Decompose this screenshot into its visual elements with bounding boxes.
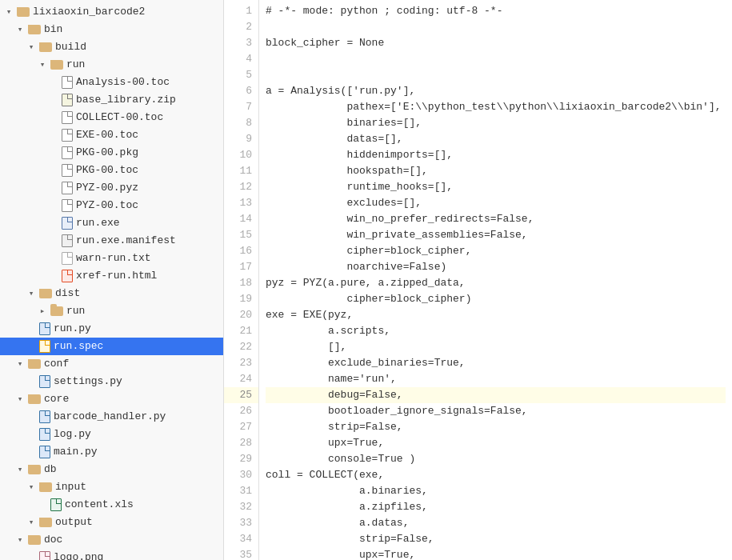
file-label-log-py: log.py xyxy=(54,426,220,442)
file-tree[interactable]: ▾lixiaoxin_barcode2▾bin▾build▾runAnalysi… xyxy=(0,0,224,560)
code-line-8: binaries=[], xyxy=(266,115,726,131)
file-icon-xref-run-html xyxy=(62,270,73,282)
tree-item-run-exe-manifest[interactable]: run.exe.manifest xyxy=(0,232,223,250)
code-line-14: win_no_prefer_redirects=False, xyxy=(266,211,726,227)
code-editor: 1234567891011121314151617181920212223242… xyxy=(224,0,732,560)
tree-item-bin[interactable]: ▾bin xyxy=(0,21,223,38)
file-icon-input-folder xyxy=(39,482,52,492)
tree-item-build[interactable]: ▾build xyxy=(0,38,223,56)
file-icon-db xyxy=(28,465,41,474)
line-num-33: 33 xyxy=(224,515,258,531)
tree-item-output-folder[interactable]: ▾output xyxy=(0,514,223,531)
file-label-run-exe-manifest: run.exe.manifest xyxy=(76,233,220,249)
line-num-25: 25 xyxy=(224,387,258,403)
tree-item-pyz-toc[interactable]: PYZ-00.toc xyxy=(0,197,223,214)
tree-item-run-folder[interactable]: ▾run xyxy=(0,56,223,74)
tri-icon-input-folder: ▾ xyxy=(26,479,37,495)
code-line-35: upx=True, xyxy=(266,547,726,560)
code-line-22: [], xyxy=(266,339,726,355)
line-num-14: 14 xyxy=(224,211,258,227)
line-num-10: 10 xyxy=(224,147,258,163)
file-icon-bin xyxy=(28,25,41,34)
tri-icon-root: ▾ xyxy=(3,4,14,20)
tree-item-content-xls[interactable]: content.xls xyxy=(0,496,223,514)
line-num-15: 15 xyxy=(224,227,258,243)
tree-item-xref-run-html[interactable]: xref-run.html xyxy=(0,267,223,285)
file-icon-analysis-toc xyxy=(62,76,73,89)
tree-item-pyz-pyz[interactable]: PYZ-00.pyz xyxy=(0,179,223,197)
code-line-11: hookspath=[], xyxy=(266,163,726,179)
file-label-settings-py: settings.py xyxy=(54,374,220,390)
code-line-26: bootloader_ignore_signals=False, xyxy=(266,403,726,419)
file-label-dist-run: run xyxy=(66,303,220,319)
tri-icon-core: ▾ xyxy=(14,391,26,407)
file-label-output-folder: output xyxy=(55,514,220,530)
file-label-xref-run-html: xref-run.html xyxy=(76,268,220,284)
file-icon-dist-run xyxy=(50,306,63,316)
line-num-34: 34 xyxy=(224,531,258,547)
tree-item-settings-py[interactable]: settings.py xyxy=(0,373,223,390)
file-label-main-py: main.py xyxy=(54,444,220,460)
tree-item-analysis-toc[interactable]: Analysis-00.toc xyxy=(0,74,223,91)
code-line-32: a.zipfiles, xyxy=(266,499,726,515)
tree-item-collect-toc[interactable]: COLLECT-00.toc xyxy=(0,109,223,126)
code-line-27: strip=False, xyxy=(266,419,726,435)
file-label-bin-run-py: run.py xyxy=(54,321,220,337)
file-label-pkg-pkg: PKG-00.pkg xyxy=(76,145,220,161)
tri-icon-dist: ▾ xyxy=(26,286,37,302)
tree-item-base-library-zip[interactable]: base_library.zip xyxy=(0,91,223,109)
tree-item-dist-run[interactable]: ▸run xyxy=(0,302,223,320)
file-icon-run-exe-manifest xyxy=(62,234,73,247)
tree-item-log-py[interactable]: log.py xyxy=(0,426,223,443)
tree-item-pkg-toc[interactable]: PKG-00.toc xyxy=(0,162,223,179)
tree-item-doc[interactable]: ▾doc xyxy=(0,531,223,549)
file-icon-pyz-toc xyxy=(62,199,73,212)
file-label-dist: dist xyxy=(55,286,220,302)
code-line-30: coll = COLLECT(exe, xyxy=(266,467,726,483)
code-line-7: pathex=['E:\\python_test\\python\\lixiao… xyxy=(266,99,726,115)
line-num-19: 19 xyxy=(224,291,258,307)
file-label-logo-png: logo.png xyxy=(54,550,220,560)
line-num-6: 6 xyxy=(224,83,258,99)
tree-item-dist[interactable]: ▾dist xyxy=(0,285,223,302)
line-num-22: 22 xyxy=(224,339,258,355)
line-num-20: 20 xyxy=(224,307,258,323)
file-icon-settings-py xyxy=(39,375,50,388)
code-line-33: a.datas, xyxy=(266,515,726,531)
line-num-5: 5 xyxy=(224,67,258,83)
code-line-18: pyz = PYZ(a.pure, a.zipped_data, xyxy=(266,275,726,291)
tree-item-core[interactable]: ▾core xyxy=(0,390,223,408)
code-content: # -*- mode: python ; coding: utf-8 -*-bl… xyxy=(259,0,732,560)
tree-item-pkg-pkg[interactable]: PKG-00.pkg xyxy=(0,144,223,162)
file-icon-warn-run-txt xyxy=(62,252,73,265)
line-num-24: 24 xyxy=(224,371,258,387)
file-icon-main-py xyxy=(39,446,50,458)
tree-item-db[interactable]: ▾db xyxy=(0,461,223,478)
line-num-7: 7 xyxy=(224,99,258,115)
tree-item-root[interactable]: ▾lixiaoxin_barcode2 xyxy=(0,3,223,21)
file-label-run-spec: run.spec xyxy=(54,338,220,354)
tree-item-run-spec[interactable]: run.spec xyxy=(0,338,223,355)
tree-item-input-folder[interactable]: ▾input xyxy=(0,478,223,496)
code-line-25: debug=False, xyxy=(266,387,726,403)
tree-item-warn-run-txt[interactable]: warn-run.txt xyxy=(0,250,223,267)
tree-item-bin-run-py[interactable]: run.py xyxy=(0,320,223,338)
tree-item-conf[interactable]: ▾conf xyxy=(0,355,223,373)
code-line-13: excludes=[], xyxy=(266,195,726,211)
file-icon-exe-toc xyxy=(62,129,73,142)
tree-item-barcode-handler-py[interactable]: barcode_handler.py xyxy=(0,408,223,426)
tree-item-run-exe[interactable]: run.exe xyxy=(0,214,223,232)
tri-icon-conf: ▾ xyxy=(14,356,26,372)
code-line-9: datas=[], xyxy=(266,131,726,147)
tree-item-logo-png[interactable]: logo.png xyxy=(0,549,223,560)
code-line-20: exe = EXE(pyz, xyxy=(266,307,726,323)
file-icon-conf xyxy=(28,359,41,369)
tree-item-exe-toc[interactable]: EXE-00.toc xyxy=(0,126,223,144)
line-num-4: 4 xyxy=(224,51,258,67)
file-icon-log-py xyxy=(39,428,50,441)
file-icon-pyz-pyz xyxy=(62,182,73,194)
file-label-run-folder: run xyxy=(66,57,220,73)
file-label-content-xls: content.xls xyxy=(65,497,220,513)
tree-item-main-py[interactable]: main.py xyxy=(0,443,223,461)
file-label-pyz-pyz: PYZ-00.pyz xyxy=(76,180,220,196)
